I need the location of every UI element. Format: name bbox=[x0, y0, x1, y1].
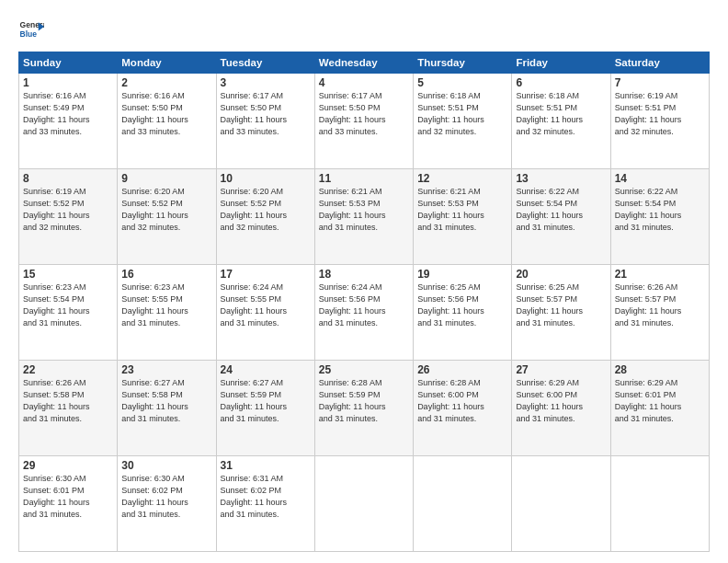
day-info: Sunrise: 6:30 AMSunset: 6:02 PMDaylight:… bbox=[121, 473, 211, 521]
weekday-header-thursday: Thursday bbox=[414, 52, 512, 74]
day-info: Sunrise: 6:16 AMSunset: 5:49 PMDaylight:… bbox=[23, 90, 113, 138]
day-number: 7 bbox=[615, 76, 705, 89]
calendar-cell: 14Sunrise: 6:22 AMSunset: 5:54 PMDayligh… bbox=[610, 169, 709, 265]
weekday-header-sunday: Sunday bbox=[19, 52, 118, 74]
day-number: 10 bbox=[221, 172, 311, 185]
calendar-cell: 5Sunrise: 6:18 AMSunset: 5:51 PMDaylight… bbox=[414, 74, 512, 169]
day-number: 27 bbox=[516, 363, 606, 376]
day-info: Sunrise: 6:25 AMSunset: 5:57 PMDaylight:… bbox=[516, 282, 606, 329]
calendar-cell: 17Sunrise: 6:24 AMSunset: 5:55 PMDayligh… bbox=[216, 265, 314, 361]
weekday-header-friday: Friday bbox=[512, 52, 610, 74]
calendar-cell: 10Sunrise: 6:20 AMSunset: 5:52 PMDayligh… bbox=[216, 169, 314, 265]
weekday-header-saturday: Saturday bbox=[610, 52, 709, 74]
day-info: Sunrise: 6:23 AMSunset: 5:54 PMDaylight:… bbox=[23, 282, 113, 329]
calendar-cell: 18Sunrise: 6:24 AMSunset: 5:56 PMDayligh… bbox=[314, 265, 413, 361]
day-info: Sunrise: 6:22 AMSunset: 5:54 PMDaylight:… bbox=[516, 186, 606, 234]
day-number: 11 bbox=[319, 172, 409, 185]
day-info: Sunrise: 6:21 AMSunset: 5:53 PMDaylight:… bbox=[319, 186, 409, 234]
weekday-header-monday: Monday bbox=[118, 52, 216, 74]
day-info: Sunrise: 6:16 AMSunset: 5:50 PMDaylight:… bbox=[121, 90, 211, 138]
day-number: 31 bbox=[221, 459, 311, 472]
calendar-cell: 12Sunrise: 6:21 AMSunset: 5:53 PMDayligh… bbox=[414, 169, 512, 265]
day-number: 15 bbox=[23, 268, 113, 281]
day-info: Sunrise: 6:26 AMSunset: 5:58 PMDaylight:… bbox=[23, 377, 113, 425]
day-number: 22 bbox=[23, 363, 113, 376]
day-info: Sunrise: 6:20 AMSunset: 5:52 PMDaylight:… bbox=[221, 186, 311, 234]
day-info: Sunrise: 6:18 AMSunset: 5:51 PMDaylight:… bbox=[516, 90, 606, 138]
header: General Blue bbox=[18, 17, 710, 42]
day-number: 28 bbox=[615, 363, 705, 376]
day-info: Sunrise: 6:29 AMSunset: 6:00 PMDaylight:… bbox=[516, 377, 606, 425]
weekday-header-wednesday: Wednesday bbox=[314, 52, 413, 74]
calendar-cell: 28Sunrise: 6:29 AMSunset: 6:01 PMDayligh… bbox=[610, 361, 709, 456]
day-number: 23 bbox=[121, 363, 211, 376]
day-info: Sunrise: 6:19 AMSunset: 5:52 PMDaylight:… bbox=[23, 186, 113, 234]
calendar-cell: 31Sunrise: 6:31 AMSunset: 6:02 PMDayligh… bbox=[216, 456, 314, 552]
day-info: Sunrise: 6:17 AMSunset: 5:50 PMDaylight:… bbox=[221, 90, 311, 138]
calendar-cell: 19Sunrise: 6:25 AMSunset: 5:56 PMDayligh… bbox=[414, 265, 512, 361]
calendar-cell: 24Sunrise: 6:27 AMSunset: 5:59 PMDayligh… bbox=[216, 361, 314, 456]
calendar-cell bbox=[414, 456, 512, 552]
calendar-cell: 6Sunrise: 6:18 AMSunset: 5:51 PMDaylight… bbox=[512, 74, 610, 169]
day-number: 9 bbox=[121, 172, 211, 185]
day-number: 25 bbox=[319, 363, 409, 376]
calendar-cell: 26Sunrise: 6:28 AMSunset: 6:00 PMDayligh… bbox=[414, 361, 512, 456]
day-number: 5 bbox=[417, 76, 507, 89]
calendar-cell: 1Sunrise: 6:16 AMSunset: 5:49 PMDaylight… bbox=[19, 74, 118, 169]
day-number: 24 bbox=[221, 363, 311, 376]
day-number: 30 bbox=[121, 459, 211, 472]
day-number: 16 bbox=[121, 268, 211, 281]
calendar-cell: 25Sunrise: 6:28 AMSunset: 5:59 PMDayligh… bbox=[314, 361, 413, 456]
day-info: Sunrise: 6:24 AMSunset: 5:55 PMDaylight:… bbox=[221, 282, 311, 329]
day-info: Sunrise: 6:30 AMSunset: 6:01 PMDaylight:… bbox=[23, 473, 113, 521]
day-number: 14 bbox=[615, 172, 705, 185]
generalblue-logo-icon: General Blue bbox=[18, 17, 44, 42]
calendar-cell: 3Sunrise: 6:17 AMSunset: 5:50 PMDaylight… bbox=[216, 74, 314, 169]
day-info: Sunrise: 6:25 AMSunset: 5:56 PMDaylight:… bbox=[417, 282, 507, 329]
calendar-table: SundayMondayTuesdayWednesdayThursdayFrid… bbox=[18, 52, 710, 552]
page: General Blue SundayMondayTuesdayWednesda… bbox=[0, 0, 728, 563]
day-info: Sunrise: 6:26 AMSunset: 5:57 PMDaylight:… bbox=[615, 282, 705, 329]
calendar-cell: 15Sunrise: 6:23 AMSunset: 5:54 PMDayligh… bbox=[19, 265, 118, 361]
day-number: 1 bbox=[23, 76, 113, 89]
calendar-cell bbox=[512, 456, 610, 552]
calendar-cell: 22Sunrise: 6:26 AMSunset: 5:58 PMDayligh… bbox=[19, 361, 118, 456]
svg-text:Blue: Blue bbox=[20, 29, 38, 39]
calendar-cell: 2Sunrise: 6:16 AMSunset: 5:50 PMDaylight… bbox=[118, 74, 216, 169]
day-info: Sunrise: 6:28 AMSunset: 5:59 PMDaylight:… bbox=[319, 377, 409, 425]
day-number: 13 bbox=[516, 172, 606, 185]
calendar-cell: 21Sunrise: 6:26 AMSunset: 5:57 PMDayligh… bbox=[610, 265, 709, 361]
day-number: 19 bbox=[417, 268, 507, 281]
day-number: 17 bbox=[221, 268, 311, 281]
day-number: 8 bbox=[23, 172, 113, 185]
calendar-cell: 11Sunrise: 6:21 AMSunset: 5:53 PMDayligh… bbox=[314, 169, 413, 265]
day-number: 6 bbox=[516, 76, 606, 89]
day-info: Sunrise: 6:22 AMSunset: 5:54 PMDaylight:… bbox=[615, 186, 705, 234]
day-number: 3 bbox=[221, 76, 311, 89]
day-number: 26 bbox=[417, 363, 507, 376]
logo: General Blue bbox=[18, 17, 44, 42]
day-number: 12 bbox=[417, 172, 507, 185]
day-number: 2 bbox=[121, 76, 211, 89]
calendar-cell: 9Sunrise: 6:20 AMSunset: 5:52 PMDaylight… bbox=[118, 169, 216, 265]
day-info: Sunrise: 6:19 AMSunset: 5:51 PMDaylight:… bbox=[615, 90, 705, 138]
day-number: 18 bbox=[319, 268, 409, 281]
day-info: Sunrise: 6:28 AMSunset: 6:00 PMDaylight:… bbox=[417, 377, 507, 425]
day-info: Sunrise: 6:27 AMSunset: 5:58 PMDaylight:… bbox=[121, 377, 211, 425]
calendar-cell: 30Sunrise: 6:30 AMSunset: 6:02 PMDayligh… bbox=[118, 456, 216, 552]
calendar-cell: 4Sunrise: 6:17 AMSunset: 5:50 PMDaylight… bbox=[314, 74, 413, 169]
day-info: Sunrise: 6:21 AMSunset: 5:53 PMDaylight:… bbox=[417, 186, 507, 234]
calendar-cell: 20Sunrise: 6:25 AMSunset: 5:57 PMDayligh… bbox=[512, 265, 610, 361]
day-info: Sunrise: 6:29 AMSunset: 6:01 PMDaylight:… bbox=[615, 377, 705, 425]
calendar-cell: 27Sunrise: 6:29 AMSunset: 6:00 PMDayligh… bbox=[512, 361, 610, 456]
calendar-cell: 16Sunrise: 6:23 AMSunset: 5:55 PMDayligh… bbox=[118, 265, 216, 361]
calendar-cell: 13Sunrise: 6:22 AMSunset: 5:54 PMDayligh… bbox=[512, 169, 610, 265]
day-info: Sunrise: 6:18 AMSunset: 5:51 PMDaylight:… bbox=[417, 90, 507, 138]
calendar-cell: 29Sunrise: 6:30 AMSunset: 6:01 PMDayligh… bbox=[19, 456, 118, 552]
day-info: Sunrise: 6:17 AMSunset: 5:50 PMDaylight:… bbox=[319, 90, 409, 138]
day-number: 20 bbox=[516, 268, 606, 281]
day-number: 29 bbox=[23, 459, 113, 472]
calendar-cell bbox=[314, 456, 413, 552]
calendar-cell: 23Sunrise: 6:27 AMSunset: 5:58 PMDayligh… bbox=[118, 361, 216, 456]
weekday-header-tuesday: Tuesday bbox=[216, 52, 314, 74]
